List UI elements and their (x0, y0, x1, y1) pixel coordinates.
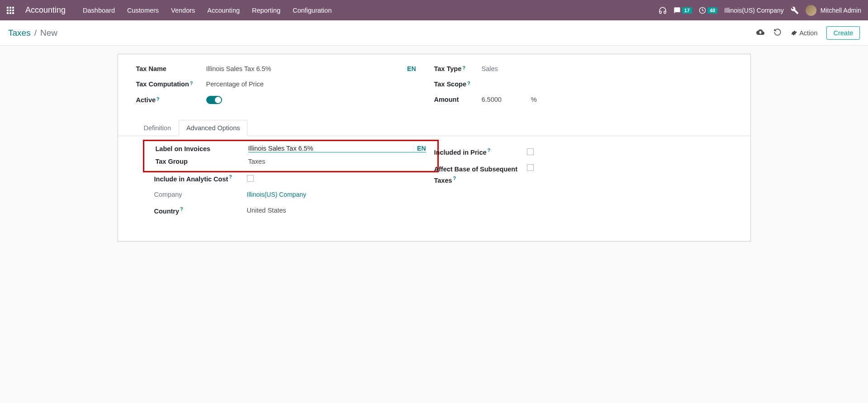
tax-scope-label: Tax Scope? (434, 81, 482, 88)
tax-type-group: Tax Type? Sales (434, 65, 732, 72)
include-analytic-group: Include in Analytic Cost? (154, 174, 434, 183)
advanced-right-col: Included in Price? Affect Base of Subseq… (434, 136, 732, 223)
discard-icon[interactable] (773, 28, 782, 38)
nav-reporting[interactable]: Reporting (252, 7, 280, 14)
label-on-invoices-group: Label on Invoices Illinois Sales Tax 6.5… (156, 145, 426, 152)
tab-definition[interactable]: Definition (136, 120, 179, 136)
active-group: Active? (136, 96, 434, 104)
tax-name-label: Tax Name (136, 65, 206, 72)
nav-dashboard[interactable]: Dashboard (83, 7, 115, 14)
help-icon[interactable]: ? (190, 81, 193, 86)
apps-grid-icon[interactable] (7, 7, 14, 14)
avatar (806, 5, 816, 16)
messages-count: 17 (682, 7, 692, 14)
company-group: Company Illinois(US) Company (154, 191, 434, 198)
tab-content: Label on Invoices Illinois Sales Tax 6.5… (118, 136, 750, 223)
breadcrumb: Taxes / New (8, 28, 57, 38)
amount-label: Amount (434, 96, 482, 103)
breadcrumb-sep: / (34, 28, 37, 38)
tax-group-group: Tax Group Taxes (156, 158, 426, 165)
included-in-price-checkbox[interactable] (527, 148, 534, 155)
label-on-invoices-input[interactable]: Illinois Sales Tax 6.5% EN (248, 145, 426, 152)
tax-group-value[interactable]: Taxes (248, 158, 266, 165)
company-value[interactable]: Illinois(US) Company (247, 191, 306, 198)
nav-accounting[interactable]: Accounting (207, 7, 240, 14)
nav-configuration[interactable]: Configuration (293, 7, 332, 14)
active-label: Active? (136, 96, 206, 104)
amount-value[interactable]: 6.5000 (482, 96, 502, 103)
highlight-box: Label on Invoices Illinois Sales Tax 6.5… (143, 140, 439, 172)
form-left-col: Tax Name Illinois Sales Tax 6.5% EN Tax … (136, 65, 434, 112)
tax-computation-label: Tax Computation? (136, 81, 206, 88)
nav-right: 17 48 Illinois(US) Company Mitchell Admi… (659, 5, 861, 16)
affect-base-checkbox[interactable] (527, 164, 534, 171)
label-on-invoices-lang[interactable]: EN (417, 145, 426, 152)
affect-base-group: Affect Base of Subsequent Taxes? (434, 164, 732, 186)
tax-type-label: Tax Type? (434, 65, 482, 72)
gear-icon (791, 30, 797, 36)
included-in-price-group: Included in Price? (434, 147, 732, 156)
help-icon[interactable]: ? (180, 206, 183, 212)
tax-type-value[interactable]: Sales (482, 65, 498, 72)
help-icon[interactable]: ? (157, 96, 160, 102)
user-menu[interactable]: Mitchell Admin (806, 5, 861, 16)
company-label: Company (154, 191, 247, 198)
company-name[interactable]: Illinois(US) Company (724, 7, 783, 14)
activities-button[interactable]: 48 (699, 7, 717, 14)
label-on-invoices-label: Label on Invoices (156, 145, 248, 152)
include-analytic-checkbox[interactable] (247, 175, 254, 182)
tax-computation-value[interactable]: Percentage of Price (206, 81, 264, 88)
create-button[interactable]: Create (826, 26, 860, 40)
action-bar: Taxes / New Action Create (0, 20, 868, 46)
form-top-row: Tax Name Illinois Sales Tax 6.5% EN Tax … (118, 65, 750, 112)
activities-count: 48 (707, 7, 717, 14)
tax-name-group: Tax Name Illinois Sales Tax 6.5% EN (136, 65, 434, 72)
included-in-price-label: Included in Price? (434, 147, 527, 156)
breadcrumb-parent[interactable]: Taxes (8, 28, 31, 38)
amount-unit: % (531, 96, 537, 103)
amount-group: Amount 6.5000 % (434, 96, 732, 103)
top-navbar: Accounting Dashboard Customers Vendors A… (0, 0, 868, 20)
action-buttons: Action Create (756, 26, 860, 40)
nav-left: Accounting Dashboard Customers Vendors A… (7, 5, 332, 15)
form-container: Tax Name Illinois Sales Tax 6.5% EN Tax … (118, 46, 751, 242)
tax-name-value[interactable]: Illinois Sales Tax 6.5% (206, 65, 271, 72)
breadcrumb-current: New (40, 28, 57, 38)
nav-customers[interactable]: Customers (127, 7, 159, 14)
form-sheet: Tax Name Illinois Sales Tax 6.5% EN Tax … (118, 54, 751, 242)
action-dropdown[interactable]: Action (791, 29, 817, 37)
app-brand[interactable]: Accounting (25, 5, 66, 15)
active-toggle[interactable] (206, 96, 222, 104)
tabs: Definition Advanced Options (118, 120, 750, 136)
tax-scope-group: Tax Scope? (434, 81, 732, 88)
tools-icon[interactable] (791, 6, 799, 14)
messages-button[interactable]: 17 (674, 7, 692, 14)
user-name: Mitchell Admin (821, 7, 861, 14)
tax-name-lang[interactable]: EN (407, 65, 416, 72)
nav-links: Dashboard Customers Vendors Accounting R… (83, 7, 332, 14)
country-label: Country? (154, 206, 247, 215)
help-icon[interactable]: ? (229, 174, 232, 180)
affect-base-label: Affect Base of Subsequent Taxes? (434, 164, 527, 186)
form-right-col: Tax Type? Sales Tax Scope? Amount 6.5000… (434, 65, 732, 112)
tax-group-label: Tax Group (156, 158, 248, 165)
help-icon[interactable]: ? (453, 175, 456, 181)
help-icon[interactable]: ? (462, 65, 465, 71)
tax-computation-group: Tax Computation? Percentage of Price (136, 81, 434, 88)
nav-vendors[interactable]: Vendors (171, 7, 195, 14)
cloud-save-icon[interactable] (756, 28, 764, 38)
label-on-invoices-value: Illinois Sales Tax 6.5% (248, 145, 313, 152)
help-icon[interactable]: ? (467, 81, 470, 86)
advanced-left-col: Label on Invoices Illinois Sales Tax 6.5… (136, 136, 434, 223)
include-analytic-label: Include in Analytic Cost? (154, 174, 247, 183)
support-icon[interactable] (659, 6, 667, 14)
help-icon[interactable]: ? (488, 147, 491, 153)
country-group: Country? United States (154, 206, 434, 215)
country-value[interactable]: United States (247, 207, 286, 214)
tab-advanced-options[interactable]: Advanced Options (179, 120, 248, 136)
